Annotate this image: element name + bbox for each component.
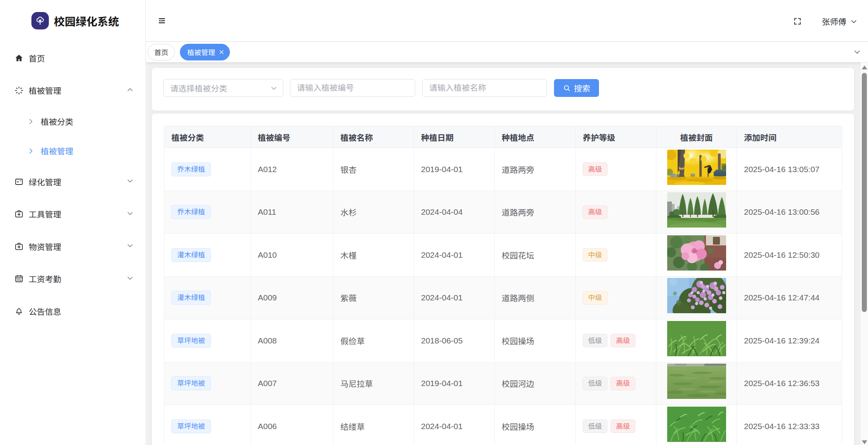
cell-name: 紫薇 [333,277,414,320]
chevron-up-icon [126,86,134,95]
scroll-up-arrow-icon[interactable] [862,66,867,69]
column-header-level: 养护等级 [576,126,656,148]
table-row: 乔木绿植A012银杏2019-04-01道路两旁高级 [164,148,842,191]
cell-plant-date: 2019-04-01 [414,148,495,191]
column-header-location: 种植地点 [495,126,576,148]
cell-added: 2025-04-16 13:05:07 [737,148,842,191]
scrollbar-thumb[interactable] [862,73,867,312]
table-card: 植被分类 植被编号 植被名称 种植日期 种植地点 养护等级 植被封面 添加时间 … [152,114,854,445]
table-row: 乔木绿植A011水杉2024-04-04道路两旁高级 2025-04- [164,191,842,234]
code-input[interactable] [297,83,408,93]
chevron-down-icon [270,85,278,92]
scrollbar[interactable] [861,62,868,445]
cell-cover [656,234,737,277]
sidebar-subitem-label: 植被管理 [41,145,73,157]
cell-cover [656,191,737,234]
table-row: 草坪地被A006结缕草2024-04-01校园操场低级高级 2025-04-16… [164,405,842,445]
cell-name: 假俭草 [333,319,414,362]
sidebar-item-label: 工具管理 [29,208,126,220]
cell-cover [656,277,737,320]
tab-label: 植被管理 [187,47,215,57]
sidebar-subitem-plant-manage[interactable]: 植被管理 [0,136,145,166]
fullscreen-icon[interactable] [793,17,802,26]
chevron-down-icon [126,274,134,283]
cell-category: 乔木绿植 [164,191,251,234]
sidebar-item-payroll[interactable]: 工资考勤 [0,263,145,295]
sidebar-item-supplies[interactable]: 物资管理 [0,230,145,263]
cell-name: 结缕草 [333,405,414,445]
cell-code: A012 [251,148,333,191]
plants-table: 植被分类 植被编号 植被名称 种植日期 种植地点 养护等级 植被封面 添加时间 … [164,126,842,445]
sidebar-item-label: 绿化管理 [29,176,126,188]
sidebar-item-announcement[interactable]: 公告信息 [0,295,145,328]
cell-cover [656,405,737,445]
level-tag: 低级 [583,334,607,347]
sidebar-item-vegetation[interactable]: 植被管理 [0,74,145,107]
tab-plant-manage[interactable]: 植被管理 [180,44,230,60]
close-icon[interactable] [218,49,225,55]
code-input-wrap [290,79,415,97]
tags-view-bar: 首页 植被管理 [146,42,868,62]
cell-location: 校园操场 [495,319,576,362]
table-row: 草坪地被A008假俭草2018-06-05校园操场低级高级 2025-04-16… [164,319,842,362]
column-header-plant-date: 种植日期 [414,126,495,148]
logo: 校园绿化系统 [0,0,145,41]
sidebar-item-label: 公告信息 [29,305,134,317]
cell-plant-date: 2019-04-01 [414,362,495,405]
cell-level: 高级 [576,148,656,191]
sidebar-item-label: 首页 [29,52,134,64]
cell-name: 木槿 [333,234,414,277]
sidebar-menu: 首页 植被管理 植被分类 [0,41,145,328]
chevron-down-icon [850,18,858,25]
cell-code: A008 [251,319,333,362]
cell-location: 校园花坛 [495,234,576,277]
table-header: 植被分类 植被编号 植被名称 种植日期 种植地点 养护等级 植被封面 添加时间 [164,126,842,148]
tabs-more-chevron-icon[interactable] [851,42,863,62]
search-button[interactable]: 搜索 [554,79,599,97]
cell-code: A006 [251,405,333,445]
chevron-down-icon [126,242,134,251]
category-select[interactable]: 请选择植被分类 [163,79,283,97]
plant-cover-image [667,235,726,271]
cell-name: 银杏 [333,148,414,191]
user-dropdown[interactable]: 张师傅 [822,16,858,27]
chevron-right-icon [27,147,35,155]
plant-cover-image [667,321,726,356]
name-input[interactable] [429,83,540,93]
table-body: 乔木绿植A012银杏2019-04-01道路两旁高级 [164,148,842,445]
sidebar-item-label: 物资管理 [29,241,126,252]
chevron-down-icon [126,177,134,186]
level-tag: 高级 [611,419,635,433]
cell-name: 马尼拉草 [333,362,414,405]
greening-card-icon [14,177,24,186]
search-panel: 请选择植被分类 搜索 [152,68,854,110]
cell-level: 低级高级 [576,319,656,362]
sidebar-item-tools[interactable]: 工具管理 [0,198,145,231]
cell-cover [656,148,737,191]
cell-code: A007 [251,362,333,405]
scroll-down-arrow-icon[interactable] [862,440,867,444]
calendar-icon [14,274,24,283]
category-tag: 草坪地被 [171,419,211,433]
search-icon [563,84,571,92]
sidebar-item-label: 工资考勤 [29,273,126,285]
column-header-code: 植被编号 [251,126,333,148]
plant-cover-image [667,192,726,228]
app-root: 校园绿化系统 首页 植被管理 [0,0,868,445]
tab-home[interactable]: 首页 [148,44,175,60]
sidebar-subitem-plant-category[interactable]: 植被分类 [0,107,145,136]
main-area: 张师傅 首页 植被管理 [146,0,868,445]
cell-location: 校园河边 [495,362,576,405]
category-tag: 草坪地被 [171,376,211,390]
cell-cover [656,319,737,362]
category-tag: 草坪地被 [171,334,211,348]
sidebar-item-home[interactable]: 首页 [0,42,145,74]
level-tag: 高级 [611,377,635,390]
category-tag: 灌木绿植 [171,248,211,262]
cell-cover [656,362,737,405]
cell-added: 2025-04-16 12:47:44 [737,277,842,320]
sidebar-item-greening[interactable]: 绿化管理 [0,166,145,198]
cell-level: 低级高级 [576,362,656,405]
sidebar-fold-icon[interactable] [158,17,166,25]
cell-plant-date: 2024-04-01 [414,405,495,445]
